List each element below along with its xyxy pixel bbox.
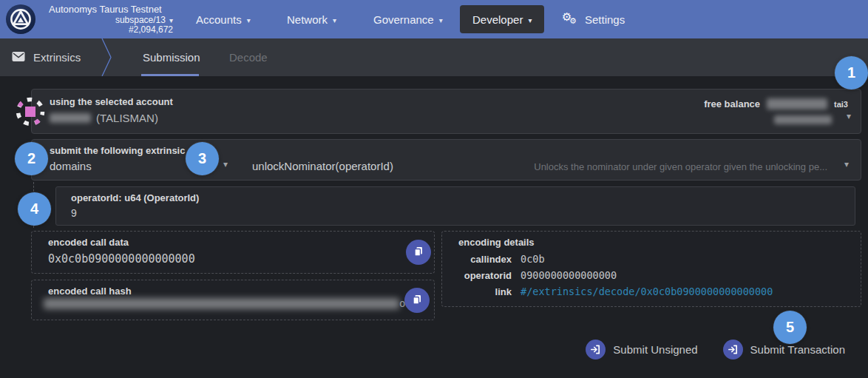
chevron-down-icon: ▾	[439, 15, 443, 24]
account-dropdown-chevron-icon[interactable]: ▾	[847, 111, 851, 121]
account-name-suffix: (TALISMAN)	[96, 112, 158, 124]
copy-call-hash-button[interactable]	[404, 288, 430, 313]
extrinsic-select-row: submit the following extrinsic domains ▾…	[31, 139, 861, 180]
menu-accounts[interactable]: Accounts▾	[196, 0, 251, 38]
detail-key-link: link	[458, 286, 512, 297]
method-description: Unlocks the nominator under given operat…	[534, 161, 827, 172]
menu-settings[interactable]: ⚙⚙ Settings	[562, 0, 625, 38]
encoded-call-data-box: encoded call data 0x0c0b0900000000000000	[31, 231, 435, 274]
menu-governance-label: Governance	[373, 13, 434, 26]
account-select-label: using the selected account	[50, 96, 173, 107]
tab-decode[interactable]: Decode	[229, 38, 268, 76]
section-title: Extrinsics	[33, 51, 81, 64]
encoding-details-box: encoding details callindex 0c0b operator…	[441, 231, 861, 307]
breadcrumb-chevron-icon	[101, 38, 112, 79]
active-tab-underline	[141, 74, 199, 76]
param-label: operatorId: u64 (OperatorId)	[71, 192, 199, 203]
method-select[interactable]: unlockNominator(operatorId)	[252, 160, 393, 172]
breadcrumb-extrinsics: Extrinsics	[12, 38, 81, 76]
menu-network[interactable]: Network▾	[287, 0, 336, 38]
pallet-select[interactable]: domains	[50, 160, 92, 172]
submit-transaction-label: Submit Transaction	[750, 343, 845, 356]
menu-accounts-label: Accounts	[196, 13, 242, 26]
extrinsics-page: Autonomys Taurus Testnet subspace/13▾ #2…	[0, 0, 868, 378]
sign-in-icon	[723, 340, 743, 360]
copy-icon	[413, 246, 424, 260]
autonomys-logo-icon	[6, 4, 35, 34]
encoded-call-data-value: 0x0c0b0900000000000000	[48, 252, 195, 266]
detail-key-operatorid: operatorid	[458, 270, 512, 281]
redacted-call-hash	[44, 298, 399, 309]
menu-settings-label: Settings	[585, 13, 625, 26]
annotation-mark-2: 2	[15, 142, 48, 175]
detail-value-operatorid: 0900000000000000	[521, 269, 773, 281]
menu-governance[interactable]: Governance▾	[373, 0, 443, 38]
chain-info: Autonomys Taurus Testnet subspace/13▾ #2…	[49, 4, 173, 35]
best-block-number: #2,094,672	[49, 25, 173, 35]
extrinsic-select-label: submit the following extrinsic	[50, 145, 185, 156]
action-bar: Submit Unsigned Submit Transaction	[586, 340, 845, 360]
encoded-call-hash-box: encoded call hash od3	[31, 280, 435, 320]
sign-in-icon	[586, 340, 606, 360]
submit-unsigned-label: Submit Unsigned	[613, 343, 697, 356]
redacted-balance-secondary	[774, 115, 832, 124]
top-nav-bar: Autonomys Taurus Testnet subspace/13▾ #2…	[0, 0, 868, 38]
annotation-mark-1: 1	[835, 56, 868, 90]
chevron-down-icon: ▾	[528, 15, 532, 24]
annotation-mark-5: 5	[773, 311, 807, 344]
copy-call-data-button[interactable]	[406, 240, 431, 265]
redacted-account-name	[50, 113, 91, 123]
tab-submission[interactable]: Submission	[143, 38, 200, 76]
menu-developer-active[interactable]: Developer▾	[460, 5, 544, 33]
redacted-balance-value	[767, 98, 827, 109]
chevron-down-icon: ▾	[247, 15, 251, 24]
sub-nav-bar: Extrinsics Submission Decode	[0, 38, 868, 76]
method-dropdown-chevron-icon[interactable]: ▾	[844, 159, 849, 169]
annotation-mark-4: 4	[18, 192, 51, 226]
pallet-dropdown-chevron-icon[interactable]: ▾	[223, 159, 228, 169]
gears-icon: ⚙⚙	[562, 11, 580, 27]
copy-icon	[411, 294, 423, 308]
chain-name: Autonomys Taurus Testnet	[49, 4, 173, 16]
mail-icon	[12, 51, 25, 64]
detail-value-callindex: 0c0b	[521, 253, 773, 265]
param-operator-id: operatorId: u64 (OperatorId) 9	[55, 186, 855, 226]
chevron-down-icon: ▾	[333, 15, 336, 24]
decode-link[interactable]: #/extrinsics/decode/0x0c0b09000000000000…	[521, 286, 773, 297]
encoded-call-data-label: encoded call data	[48, 237, 129, 248]
menu-network-label: Network	[287, 13, 328, 26]
free-balance-label: free balance	[704, 98, 760, 109]
encoding-details-label: encoding details	[458, 237, 535, 248]
detail-key-callindex: callindex	[458, 254, 512, 265]
account-identicon	[14, 95, 47, 128]
encoded-call-hash-label: encoded call hash	[48, 286, 132, 297]
balance-unit: tai3	[834, 100, 848, 109]
operator-id-input[interactable]: 9	[71, 207, 77, 219]
account-select[interactable]: using the selected account (TALISMAN) fr…	[31, 89, 861, 134]
menu-developer-label: Developer	[472, 13, 523, 26]
annotation-mark-3: 3	[186, 142, 219, 175]
submit-unsigned-button[interactable]: Submit Unsigned	[586, 340, 697, 360]
